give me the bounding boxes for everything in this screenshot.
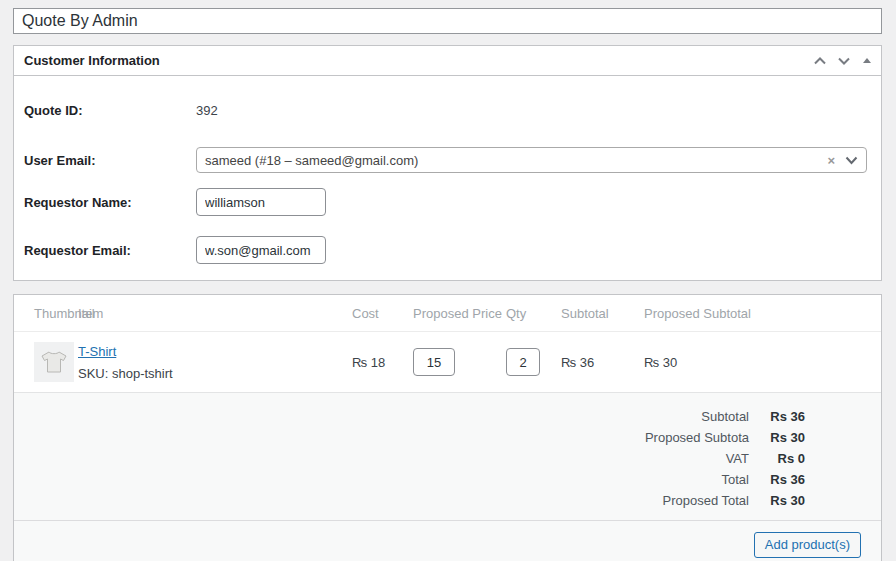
totals-section: Subtotal Rs 36 Proposed Subtota Rs 30 VA… — [14, 392, 881, 520]
requestor-email-input[interactable] — [196, 236, 326, 264]
add-products-button[interactable]: Add product(s) — [754, 532, 861, 558]
header-item: Item — [78, 306, 352, 321]
customer-information-body: Quote ID: 392 User Email: sameed (#18 – … — [14, 76, 881, 280]
requestor-email-row: Requestor Email: — [24, 236, 871, 264]
user-email-label: User Email: — [24, 153, 196, 168]
move-down-icon[interactable] — [837, 54, 851, 68]
quote-id-row: Quote ID: 392 — [24, 96, 871, 124]
user-email-row: User Email: sameed (#18 – sameed@gmail.c… — [24, 146, 871, 174]
product-proposed-price-cell — [413, 348, 506, 376]
totals-label: Proposed Subtota — [645, 430, 749, 445]
items-table-header: Thumbnail Item Cost Proposed Price Qty S… — [14, 295, 881, 332]
header-cost: Cost — [352, 306, 413, 321]
tshirt-icon — [41, 350, 67, 374]
product-qty-cell — [506, 348, 561, 376]
customer-information-panel: Customer Information Quote ID: 392 User … — [13, 45, 882, 281]
admin-page: Customer Information Quote ID: 392 User … — [0, 0, 896, 561]
header-subtotal: Subtotal — [561, 306, 644, 321]
product-thumbnail — [34, 342, 74, 382]
totals-label: Total — [722, 472, 749, 487]
metabox-handle-actions — [813, 54, 871, 68]
customer-information-title: Customer Information — [24, 53, 160, 68]
product-thumbnail-cell — [14, 342, 78, 382]
qty-input[interactable] — [506, 348, 540, 376]
product-sku: SKU: shop-tshirt — [78, 366, 352, 381]
table-row: T-Shirt SKU: shop-tshirt ₨ 18 ₨ 36 ₨ 30 — [14, 332, 881, 392]
header-proposed-price: Proposed Price — [413, 306, 506, 321]
header-proposed-subtotal: Proposed Subtotal — [644, 306, 881, 321]
customer-information-header[interactable]: Customer Information — [14, 46, 881, 76]
product-cost: ₨ 18 — [352, 355, 413, 370]
quote-id-value: 392 — [196, 103, 218, 118]
totals-value: Rs 0 — [749, 451, 805, 466]
quote-title-input[interactable] — [13, 8, 882, 34]
toggle-panel-icon[interactable] — [863, 58, 871, 63]
requestor-name-input[interactable] — [196, 188, 326, 216]
product-proposed-subtotal: ₨ 30 — [644, 355, 881, 370]
header-qty: Qty — [506, 306, 561, 321]
totals-label: VAT — [726, 451, 749, 466]
header-thumbnail: Thumbnail — [14, 306, 78, 321]
quote-id-label: Quote ID: — [24, 103, 196, 118]
requestor-email-label: Requestor Email: — [24, 243, 196, 258]
totals-value: Rs 36 — [749, 472, 805, 487]
chevron-down-icon[interactable] — [845, 156, 858, 165]
totals-row-proposed-subtotal: Proposed Subtota Rs 30 — [14, 427, 805, 448]
totals-value: Rs 36 — [749, 409, 805, 424]
user-email-selected-value: sameed (#18 – sameed@gmail.com) — [205, 153, 827, 168]
totals-row-subtotal: Subtotal Rs 36 — [14, 406, 805, 427]
move-up-icon[interactable] — [813, 54, 827, 68]
totals-label: Proposed Total — [663, 493, 750, 508]
totals-value: Rs 30 — [749, 493, 805, 508]
product-item-cell: T-Shirt SKU: shop-tshirt — [78, 344, 352, 381]
requestor-name-row: Requestor Name: — [24, 188, 871, 216]
totals-row-total: Total Rs 36 — [14, 469, 805, 490]
totals-value: Rs 30 — [749, 430, 805, 445]
user-email-select[interactable]: sameed (#18 – sameed@gmail.com) × — [196, 147, 867, 173]
quote-items-panel: Thumbnail Item Cost Proposed Price Qty S… — [13, 294, 882, 561]
product-subtotal: ₨ 36 — [561, 355, 644, 370]
items-panel-footer: Add product(s) — [14, 520, 881, 561]
proposed-price-input[interactable] — [413, 348, 455, 376]
totals-row-proposed-total: Proposed Total Rs 30 — [14, 490, 805, 511]
requestor-name-label: Requestor Name: — [24, 195, 196, 210]
product-link[interactable]: T-Shirt — [78, 344, 116, 359]
clear-selection-icon[interactable]: × — [827, 154, 835, 167]
totals-row-vat: VAT Rs 0 — [14, 448, 805, 469]
totals-label: Subtotal — [701, 409, 749, 424]
